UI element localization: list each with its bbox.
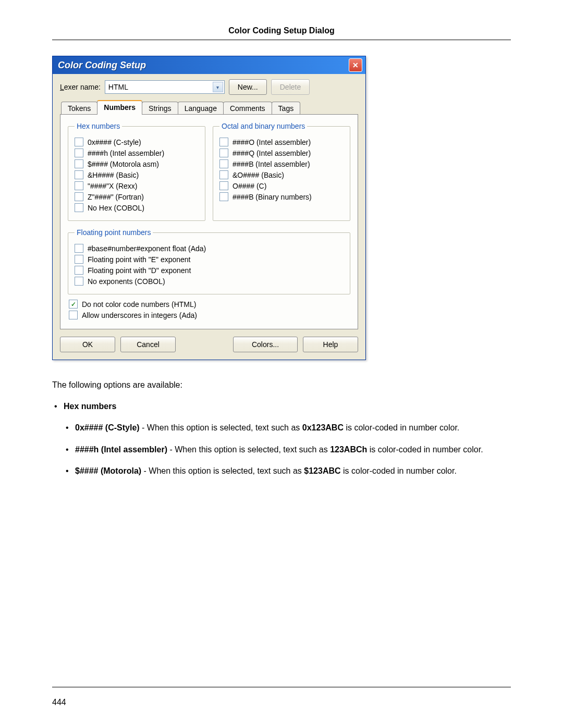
checkbox-icon[interactable]: ✓ — [75, 203, 83, 212]
tab-comments[interactable]: Comments — [223, 102, 272, 115]
tab-tags[interactable]: Tags — [272, 102, 301, 115]
hex-motorola-option[interactable]: ✓$#### (Motorola asm) — [75, 159, 199, 168]
float-d-exponent-option[interactable]: ✓Floating point with "D" exponent — [75, 266, 344, 275]
checkbox-icon[interactable]: ✓ — [219, 170, 228, 179]
doc-item-motorola: $#### (Motorola) - When this option is s… — [75, 465, 511, 477]
binary-numbers-option[interactable]: ✓####B (Binary numbers) — [219, 192, 344, 201]
checkbox-icon[interactable]: ✓ — [75, 138, 83, 146]
checkbox-icon[interactable]: ✓ — [75, 181, 83, 190]
new-button[interactable]: New... — [229, 79, 267, 95]
checkbox-icon[interactable]: ✓ — [219, 181, 228, 190]
colors-button[interactable]: Colors... — [233, 337, 298, 352]
doc-text: The following options are available: Hex… — [52, 379, 511, 477]
hex-numbers-legend: Hex numbers — [75, 122, 122, 130]
doc-section-hex: Hex numbers 0x#### (C-Style) - When this… — [64, 400, 511, 477]
doc-intro: The following options are available: — [52, 379, 511, 391]
checkbox-icon[interactable]: ✓ — [219, 149, 228, 157]
hex-fortran-option[interactable]: ✓Z"####" (Fortran) — [75, 192, 199, 201]
octal-basic-option[interactable]: ✓&O#### (Basic) — [219, 170, 344, 179]
checkbox-icon[interactable]: ✓ — [75, 244, 83, 253]
dialog-body: Lexer name: HTML ▾ New... Delete Tokens … — [53, 74, 365, 360]
titlebar-text: Color Coding Setup — [58, 60, 146, 71]
header-rule — [52, 40, 511, 40]
octal-binary-legend: Octal and binary numbers — [219, 122, 307, 130]
chevron-down-icon[interactable]: ▾ — [213, 82, 223, 92]
checkbox-icon[interactable]: ✓ — [75, 277, 83, 286]
titlebar[interactable]: Color Coding Setup ✕ — [53, 56, 365, 74]
lexer-name-combo[interactable]: HTML ▾ — [105, 80, 225, 94]
help-button[interactable]: Help — [303, 337, 358, 352]
float-e-exponent-option[interactable]: ✓Floating point with "E" exponent — [75, 255, 344, 264]
lexer-name-label: Lexer name: — [60, 83, 101, 91]
checkbox-icon[interactable]: ✓ — [219, 159, 228, 168]
checkbox-icon[interactable]: ✓ — [75, 159, 83, 168]
checkbox-icon[interactable]: ✓ — [69, 311, 78, 319]
cancel-button[interactable]: Cancel — [120, 337, 176, 352]
allow-underscores-option[interactable]: ✓Allow underscores in integers (Ada) — [69, 311, 350, 319]
page-number: 444 — [52, 698, 66, 707]
checkbox-icon[interactable]: ✓ — [69, 300, 78, 309]
dialog-button-row: OK Cancel Colors... Help — [60, 337, 358, 352]
checkbox-icon[interactable]: ✓ — [75, 255, 83, 264]
ok-button[interactable]: OK — [60, 337, 115, 352]
lexer-row: Lexer name: HTML ▾ New... Delete — [60, 79, 358, 95]
doc-item-cstyle: 0x#### (C-Style) - When this option is s… — [75, 422, 511, 434]
binary-b-intel-option[interactable]: ✓####B (Intel assembler) — [219, 159, 344, 168]
delete-button: Delete — [271, 79, 310, 95]
checkbox-icon[interactable]: ✓ — [75, 170, 83, 179]
octal-q-intel-option[interactable]: ✓####Q (Intel assembler) — [219, 149, 344, 157]
octal-c-option[interactable]: ✓O#### (C) — [219, 181, 344, 190]
hex-cobol-option[interactable]: ✓No Hex (COBOL) — [75, 203, 199, 212]
checkbox-icon[interactable]: ✓ — [219, 192, 228, 201]
tab-panel-numbers: Hex numbers ✓0x#### (C-style) ✓####h (In… — [60, 114, 358, 329]
checkbox-icon[interactable]: ✓ — [75, 149, 83, 157]
float-ada-option[interactable]: ✓#base#number#exponent float (Ada) — [75, 244, 344, 253]
hex-numbers-group: Hex numbers ✓0x#### (C-style) ✓####h (In… — [68, 122, 205, 221]
tabs: Tokens Numbers Strings Language Comments… — [60, 100, 358, 115]
footer-rule — [52, 687, 511, 687]
hex-cstyle-option[interactable]: ✓0x#### (C-style) — [75, 138, 199, 146]
hex-intel-option[interactable]: ✓####h (Intel assembler) — [75, 149, 199, 157]
floating-point-group: Floating point numbers ✓#base#number#exp… — [68, 228, 350, 294]
tab-language[interactable]: Language — [178, 102, 224, 115]
tab-tokens[interactable]: Tokens — [61, 102, 97, 115]
octal-o-intel-option[interactable]: ✓####O (Intel assembler) — [219, 138, 344, 146]
doc-item-intel: ####h (Intel assembler) - When this opti… — [75, 443, 511, 455]
color-coding-setup-dialog: Color Coding Setup ✕ Lexer name: HTML ▾ … — [52, 56, 366, 360]
page-header-title: Color Coding Setup Dialog — [52, 26, 511, 35]
extra-options: ✓Do not color code numbers (HTML) ✓Allow… — [68, 300, 350, 319]
tab-numbers[interactable]: Numbers — [97, 100, 142, 115]
floating-point-legend: Floating point numbers — [75, 228, 153, 237]
hex-rexx-option[interactable]: ✓"####"X (Rexx) — [75, 181, 199, 190]
float-cobol-option[interactable]: ✓No exponents (COBOL) — [75, 277, 344, 286]
no-color-code-numbers-option[interactable]: ✓Do not color code numbers (HTML) — [69, 300, 350, 309]
checkbox-icon[interactable]: ✓ — [75, 192, 83, 201]
octal-binary-group: Octal and binary numbers ✓####O (Intel a… — [213, 122, 350, 221]
checkbox-icon[interactable]: ✓ — [219, 138, 228, 146]
close-icon[interactable]: ✕ — [349, 58, 362, 72]
lexer-name-value: HTML — [108, 83, 128, 91]
tab-strings[interactable]: Strings — [142, 102, 178, 115]
checkbox-icon[interactable]: ✓ — [75, 266, 83, 275]
hex-basic-option[interactable]: ✓&H#### (Basic) — [75, 170, 199, 179]
